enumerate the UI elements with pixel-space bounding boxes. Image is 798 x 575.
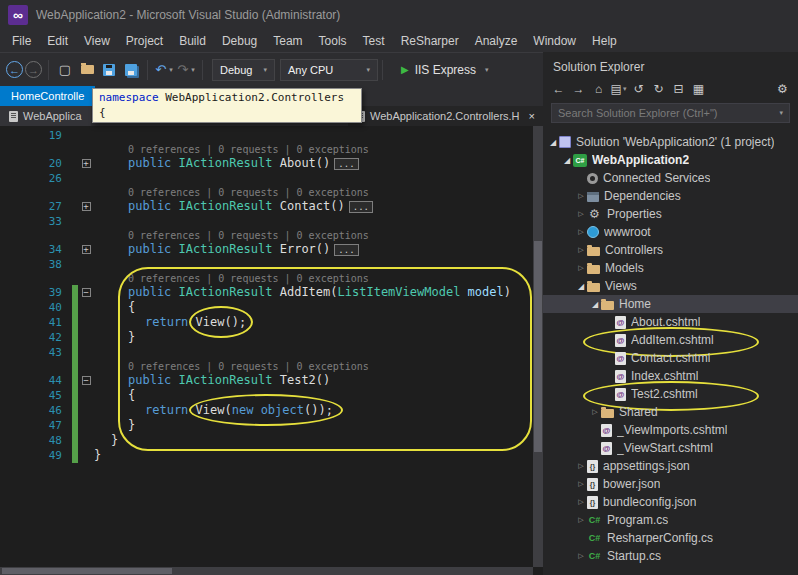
back-icon[interactable]: ← xyxy=(549,80,568,98)
scrollbar-thumb[interactable] xyxy=(2,568,172,574)
chevron-collapsed-icon[interactable]: ▷ xyxy=(575,480,587,488)
code-line[interactable]: 34+public IActionResult Error()... xyxy=(0,242,533,257)
code-line[interactable]: 19 xyxy=(0,128,533,143)
tab-homecontroller[interactable]: HomeControlle xyxy=(0,86,95,106)
tab-webapplication[interactable]: WebApplica xyxy=(0,106,91,126)
menu-help[interactable]: Help xyxy=(584,32,625,50)
code-line[interactable]: 40{ xyxy=(0,300,533,315)
code-line[interactable]: 43 xyxy=(0,345,533,360)
code-line[interactable]: 20+public IActionResult About()... xyxy=(0,156,533,171)
open-file-icon[interactable] xyxy=(77,59,97,81)
tree-item-additem-cshtml[interactable]: @AddItem.cshtml xyxy=(543,331,798,349)
chevron-expanded-icon[interactable]: ◢ xyxy=(561,156,573,165)
codelens-line[interactable]: 0 references | 0 requests | 0 exceptions xyxy=(0,186,533,199)
chevron-collapsed-icon[interactable]: ▷ xyxy=(575,246,587,254)
tree-item-viewstart-cshtml[interactable]: @_ViewStart.cshtml xyxy=(543,439,798,457)
show-all-files-icon[interactable]: ▦ xyxy=(689,80,708,98)
tab-preview-homecontroller[interactable]: WebApplication2.Controllers.H × xyxy=(348,106,543,126)
properties-icon[interactable]: ⚙ xyxy=(773,80,792,98)
code-line[interactable]: 33 xyxy=(0,214,533,229)
tree-item-about-cshtml[interactable]: @About.cshtml xyxy=(543,313,798,331)
menu-analyze[interactable]: Analyze xyxy=(467,32,526,50)
code-line[interactable]: 47} xyxy=(0,418,533,433)
fold-toggle-icon[interactable]: + xyxy=(78,156,94,171)
tree-item-bower-json[interactable]: ▷{}bower.json xyxy=(543,475,798,493)
chevron-collapsed-icon[interactable]: ▷ xyxy=(575,228,587,236)
menu-edit[interactable]: Edit xyxy=(39,32,76,50)
undo-icon[interactable]: ↶▾ xyxy=(154,59,174,81)
menu-test[interactable]: Test xyxy=(355,32,393,50)
code-line[interactable]: 41return View(); xyxy=(0,315,533,330)
chevron-expanded-icon[interactable]: ◢ xyxy=(547,138,559,147)
tree-item-dependencies[interactable]: ▷Dependencies xyxy=(543,187,798,205)
tree-item-shared[interactable]: ▷Shared xyxy=(543,403,798,421)
switch-views-icon[interactable]: ▤▾ xyxy=(609,80,628,98)
code-line[interactable]: 46return View(new object()); xyxy=(0,403,533,418)
search-input[interactable] xyxy=(558,107,776,119)
code-line[interactable]: 44−public IActionResult Test2() xyxy=(0,373,533,388)
redo-icon[interactable]: ↷▾ xyxy=(176,59,196,81)
chevron-collapsed-icon[interactable]: ▷ xyxy=(575,192,587,200)
collapsed-region-box[interactable]: ... xyxy=(334,158,358,170)
menu-file[interactable]: File xyxy=(4,32,39,50)
save-all-icon[interactable] xyxy=(121,59,141,81)
chevron-collapsed-icon[interactable]: ▷ xyxy=(589,408,601,416)
chevron-collapsed-icon[interactable]: ▷ xyxy=(575,516,587,524)
codelens-line[interactable]: 0 references | 0 requests | 0 exceptions xyxy=(0,229,533,242)
fold-toggle-icon[interactable]: + xyxy=(78,199,94,214)
tree-item-controllers[interactable]: ▷Controllers xyxy=(543,241,798,259)
tree-item-startup-cs[interactable]: ▷C#Startup.cs xyxy=(543,547,798,565)
tree-item-bundleconfig-json[interactable]: ▷{}bundleconfig.json xyxy=(543,493,798,511)
code-line[interactable]: 39−public IActionResult AddItem(ListItem… xyxy=(0,285,533,300)
chevron-expanded-icon[interactable]: ◢ xyxy=(589,300,601,309)
tree-item-test2-cshtml[interactable]: @Test2.cshtml xyxy=(543,385,798,403)
home-icon[interactable]: ⌂ xyxy=(589,80,608,98)
chevron-collapsed-icon[interactable]: ▷ xyxy=(575,210,587,218)
menu-build[interactable]: Build xyxy=(171,32,214,50)
menu-debug[interactable]: Debug xyxy=(214,32,265,50)
sync-with-active-document-icon[interactable]: ↺ xyxy=(629,80,648,98)
tree-item-appsettings-json[interactable]: ▷{}appsettings.json xyxy=(543,457,798,475)
scrollbar-thumb[interactable] xyxy=(534,241,542,453)
collapsed-region-box[interactable]: ... xyxy=(349,201,373,213)
platform-dropdown[interactable]: Any CPU ▾ xyxy=(280,59,378,81)
save-icon[interactable] xyxy=(99,59,119,81)
code-line[interactable]: 45{ xyxy=(0,388,533,403)
menu-window[interactable]: Window xyxy=(525,32,584,50)
code-line[interactable]: 48} xyxy=(0,433,533,448)
run-button[interactable]: ▶ IIS Express ▾ xyxy=(397,59,493,81)
forward-icon[interactable]: → xyxy=(569,80,588,98)
chevron-collapsed-icon[interactable]: ▷ xyxy=(575,552,587,560)
configuration-dropdown[interactable]: Debug ▾ xyxy=(212,59,275,81)
menu-team[interactable]: Team xyxy=(265,32,310,50)
code-line[interactable]: 38 xyxy=(0,257,533,272)
tree-item-solution-webapplication2-1-project[interactable]: ◢Solution 'WebApplication2' (1 project) xyxy=(543,133,798,151)
codelens-line[interactable]: 0 references | 0 requests | 0 exceptions xyxy=(0,360,533,373)
editor-horizontal-scrollbar[interactable] xyxy=(0,567,533,575)
tree-item-resharperconfig-cs[interactable]: C#ResharperConfig.cs xyxy=(543,529,798,547)
menu-resharper[interactable]: ReSharper xyxy=(393,32,467,50)
refresh-icon[interactable]: ↻ xyxy=(649,80,668,98)
close-icon[interactable]: × xyxy=(529,110,535,122)
editor-vertical-scrollbar[interactable] xyxy=(533,126,543,567)
menu-tools[interactable]: Tools xyxy=(311,32,355,50)
fold-toggle-icon[interactable]: − xyxy=(78,285,94,300)
codelens-line[interactable]: 0 references | 0 requests | 0 exceptions xyxy=(0,143,533,156)
tree-item-viewimports-cshtml[interactable]: @_ViewImports.cshtml xyxy=(543,421,798,439)
menu-view[interactable]: View xyxy=(76,32,118,50)
codelens-line[interactable]: 0 references | 0 requests | 0 exceptions xyxy=(0,272,533,285)
tree-item-home[interactable]: ◢Home xyxy=(543,295,798,313)
tree-item-connected-services[interactable]: Connected Services xyxy=(543,169,798,187)
code-line[interactable]: 42} xyxy=(0,330,533,345)
code-line[interactable]: 26 xyxy=(0,171,533,186)
collapsed-region-box[interactable]: ... xyxy=(334,244,358,256)
tree-item-program-cs[interactable]: ▷C#Program.cs xyxy=(543,511,798,529)
code-area[interactable]: 190 references | 0 requests | 0 exceptio… xyxy=(0,126,533,567)
code-line[interactable]: 49} xyxy=(0,448,533,463)
tree-item-views[interactable]: ◢Views xyxy=(543,277,798,295)
menu-project[interactable]: Project xyxy=(118,32,171,50)
tree-item-properties[interactable]: ▷⚙Properties xyxy=(543,205,798,223)
tree-item-wwwroot[interactable]: ▷wwwroot xyxy=(543,223,798,241)
tree-item-contact-cshtml[interactable]: @Contact.cshtml xyxy=(543,349,798,367)
navigate-forward-icon[interactable]: → xyxy=(25,61,42,78)
